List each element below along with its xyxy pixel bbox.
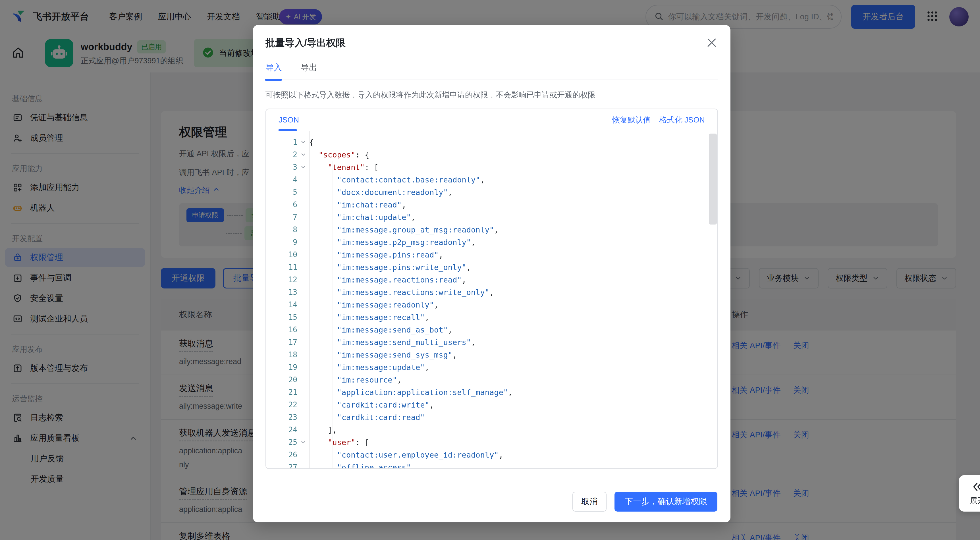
- code-text[interactable]: {: [309, 138, 314, 147]
- json-code-area[interactable]: 1{2 "scopes": {3 "tenant": [4 "contact:c…: [266, 131, 718, 468]
- code-text[interactable]: "tenant": [: [309, 163, 379, 172]
- code-text[interactable]: "im:message:readonly",: [309, 300, 439, 309]
- code-text[interactable]: "contact:contact.base:readonly",: [309, 175, 485, 184]
- cancel-button[interactable]: 取消: [573, 492, 606, 511]
- line-number: 2: [266, 150, 297, 159]
- line-number: 21: [266, 388, 297, 397]
- code-text[interactable]: "im:message.group_at_msg:readonly",: [309, 225, 499, 234]
- line-number: 24: [266, 425, 297, 434]
- fold-chevron-icon[interactable]: [297, 139, 309, 145]
- code-line: 22 "cardkit:card:write",: [266, 398, 718, 411]
- code-line: 9 "im:message.p2p_msg:readonly",: [266, 236, 718, 248]
- code-line: 2 "scopes": {: [266, 148, 718, 161]
- tabs-underline: [266, 80, 718, 80]
- code-line: 21 "application:application:self_manage"…: [266, 386, 718, 398]
- expand-label: 展开: [970, 495, 980, 506]
- code-line: 5 "docx:document:readonly",: [266, 186, 718, 198]
- line-number: 12: [266, 276, 297, 284]
- code-text[interactable]: "application:application:self_manage",: [309, 388, 512, 397]
- code-text[interactable]: "scopes": {: [309, 150, 369, 159]
- editor-scrollbar[interactable]: [709, 134, 717, 225]
- fold-chevron-icon[interactable]: [297, 439, 309, 445]
- line-number: 20: [266, 376, 297, 384]
- code-line: 27 "offline_access",: [266, 461, 718, 468]
- code-line: 10 "im:message.pins:read",: [266, 248, 718, 261]
- batch-import-export-modal: 批量导入/导出权限 导入 导出 可按照以下格式导入数据，导入的权限将作为此次新增…: [253, 25, 730, 522]
- code-line: 26 "contact:user.employee_id:readonly",: [266, 449, 718, 461]
- code-line: 14 "im:message:readonly",: [266, 298, 718, 311]
- close-icon[interactable]: [705, 37, 718, 49]
- editor-mode-tab-json[interactable]: JSON: [278, 109, 299, 131]
- code-text[interactable]: "im:message:recall",: [309, 313, 430, 322]
- import-description: 可按照以下格式导入数据，导入的权限将作为此次新增申请的权限，不会影响已申请或开通…: [266, 90, 718, 100]
- line-number: 25: [266, 438, 297, 446]
- code-line: 8 "im:message.group_at_msg:readonly",: [266, 223, 718, 236]
- code-line: 17 "im:message:send_multi_users",: [266, 336, 718, 349]
- code-text[interactable]: "im:message.reactions:write_only",: [309, 288, 494, 297]
- code-text[interactable]: "im:chat:read",: [309, 201, 406, 209]
- line-number: 23: [266, 413, 297, 422]
- double-chevron-left-icon: [972, 481, 980, 494]
- modal-title: 批量导入/导出权限: [266, 37, 345, 49]
- code-text[interactable]: "im:message.reactions:read",: [309, 276, 466, 284]
- code-text[interactable]: "offline_access",: [309, 463, 415, 469]
- line-number: 16: [266, 325, 297, 334]
- line-number: 17: [266, 338, 297, 346]
- code-text[interactable]: "contact:user.employee_id:readonly",: [309, 451, 503, 459]
- code-text[interactable]: "im:message.p2p_msg:readonly",: [309, 238, 476, 247]
- code-text[interactable]: "im:message:update",: [309, 363, 430, 372]
- code-line: 13 "im:message.reactions:write_only",: [266, 286, 718, 298]
- code-line: 19 "im:message:update",: [266, 361, 718, 373]
- line-number: 3: [266, 163, 297, 171]
- line-number: 9: [266, 238, 297, 247]
- line-number: 1: [266, 138, 297, 147]
- line-number: 15: [266, 313, 297, 322]
- code-line: 7 "im:chat:update",: [266, 211, 718, 223]
- tab-export[interactable]: 导出: [301, 62, 317, 80]
- tab-import[interactable]: 导入: [266, 62, 282, 80]
- code-text[interactable]: "docx:document:readonly",: [309, 188, 452, 197]
- line-number: 11: [266, 263, 297, 271]
- line-number: 26: [266, 451, 297, 459]
- code-line: 24 ],: [266, 424, 718, 436]
- code-text[interactable]: "im:message.pins:read",: [309, 250, 443, 259]
- line-number: 6: [266, 201, 297, 209]
- code-text[interactable]: "user": [: [309, 438, 369, 447]
- code-text[interactable]: "im:message.pins:write_only",: [309, 263, 471, 272]
- line-number: 13: [266, 288, 297, 296]
- code-text[interactable]: "im:message:send_sys_msg",: [309, 350, 457, 359]
- code-line: 3 "tenant": [: [266, 161, 718, 174]
- fold-chevron-icon[interactable]: [297, 164, 309, 170]
- code-line: 15 "im:message:recall",: [266, 311, 718, 323]
- line-number: 7: [266, 213, 297, 221]
- code-line: 1{: [266, 136, 718, 148]
- confirm-next-button[interactable]: 下一步，确认新增权限: [614, 492, 718, 511]
- code-line: 25 "user": [: [266, 436, 718, 449]
- line-number: 18: [266, 350, 297, 359]
- code-text[interactable]: "im:chat:update",: [309, 213, 415, 222]
- code-line: 20 "im:resource",: [266, 373, 718, 386]
- restore-default-link[interactable]: 恢复默认值: [612, 115, 651, 125]
- code-text[interactable]: ],: [309, 425, 337, 434]
- line-number: 22: [266, 400, 297, 409]
- fold-chevron-icon[interactable]: [297, 151, 309, 158]
- code-text[interactable]: "im:message:send_as_bot",: [309, 325, 452, 334]
- line-number: 4: [266, 175, 297, 184]
- code-line: 4 "contact:contact.base:readonly",: [266, 174, 718, 186]
- code-text[interactable]: "im:resource",: [309, 376, 402, 384]
- format-json-link[interactable]: 格式化 JSON: [659, 115, 705, 125]
- code-line: 6 "im:chat:read",: [266, 198, 718, 211]
- line-number: 5: [266, 188, 297, 196]
- line-number: 8: [266, 225, 297, 234]
- code-text[interactable]: "im:message:send_multi_users",: [309, 338, 476, 347]
- line-number: 10: [266, 250, 297, 259]
- expand-panel-button[interactable]: 展开: [959, 475, 980, 511]
- json-editor-panel: JSON 恢复默认值 格式化 JSON 1{2 "scopes": {3 "te…: [266, 108, 718, 469]
- code-text[interactable]: "cardkit:card:write",: [309, 400, 434, 409]
- modal-tabs: 导入 导出: [266, 62, 718, 80]
- code-line: 12 "im:message.reactions:read",: [266, 273, 718, 286]
- code-line: 18 "im:message:send_sys_msg",: [266, 349, 718, 361]
- code-line: 23 "cardkit:card:read": [266, 411, 718, 424]
- code-text[interactable]: "cardkit:card:read": [309, 413, 425, 422]
- code-line: 16 "im:message:send_as_bot",: [266, 323, 718, 336]
